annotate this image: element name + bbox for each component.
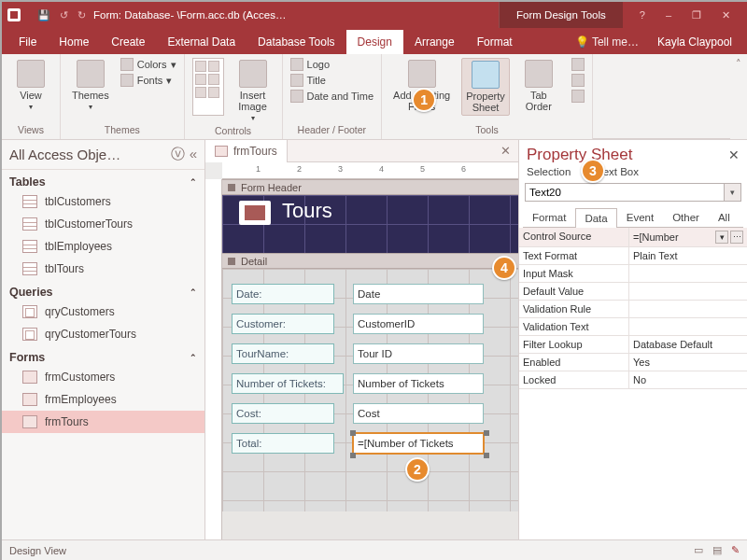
ribbon-collapse-chevron-icon[interactable]: ˄ [730, 54, 747, 139]
prop-row-control-source[interactable]: Control Source =[Number▾⋯ [519, 228, 747, 247]
datetime-button[interactable]: Date and Time [290, 90, 374, 103]
nav-item-frmemployees[interactable]: frmEmployees [2, 388, 204, 411]
selection-handle[interactable] [350, 453, 356, 458]
prop-tab-event[interactable]: Event [617, 207, 663, 227]
selection-handle[interactable] [350, 430, 356, 436]
selection-handle[interactable] [484, 430, 489, 436]
prop-row-validation-text[interactable]: Validation Text [519, 318, 747, 336]
doc-tab-close-icon[interactable]: ✕ [493, 144, 518, 158]
view-form-icon[interactable]: ▭ [694, 544, 703, 556]
nav-item-tblcustomertours[interactable]: tblCustomerTours [2, 213, 204, 235]
field-date[interactable]: Date [353, 284, 484, 304]
label-cost[interactable]: Cost: [232, 403, 334, 424]
form-logo-placeholder[interactable] [239, 201, 271, 225]
nav-item-frmcustomers[interactable]: frmCustomers [2, 366, 204, 388]
nav-header[interactable]: All Access Obje… ⓥ « [2, 140, 204, 170]
tab-format[interactable]: Format [466, 30, 524, 54]
title-button[interactable]: Title [290, 74, 374, 87]
prop-tab-format[interactable]: Format [523, 207, 575, 227]
field-cost[interactable]: Cost [353, 403, 484, 424]
fonts-icon [120, 74, 134, 87]
form-header-section[interactable]: Tours [222, 195, 518, 253]
label-total[interactable]: Total: [232, 433, 334, 454]
nav-collapse-icon[interactable]: ⓥ « [171, 146, 197, 163]
nav-item-tblemployees[interactable]: tblEmployees [2, 235, 204, 258]
property-sheet-close-icon[interactable]: ✕ [728, 147, 740, 162]
label-customer[interactable]: Customer: [232, 314, 334, 334]
qat-redo-icon[interactable]: ↻ [78, 9, 86, 21]
view-icon [17, 60, 45, 88]
tools-extra-1[interactable] [571, 58, 585, 71]
form-title-label[interactable]: Tours [282, 199, 332, 223]
object-selector[interactable]: ▾ [525, 183, 741, 202]
restore-icon[interactable]: ❐ [692, 9, 701, 21]
signed-in-user[interactable]: Kayla Claypool [648, 30, 741, 54]
ribbon-collapse-icon[interactable]: – [666, 9, 671, 21]
tab-design[interactable]: Design [346, 30, 403, 54]
tab-external-data[interactable]: External Data [156, 30, 247, 54]
nav-item-frmtours[interactable]: frmTours [2, 411, 204, 433]
fonts-button[interactable]: Fonts ▾ [120, 74, 176, 87]
property-sheet-button[interactable]: Property Sheet [461, 58, 510, 116]
nav-item-tblcustomers[interactable]: tblCustomers [2, 190, 204, 213]
doc-tab-frmtours[interactable]: frmTours [205, 140, 288, 162]
themes-button[interactable]: Themes▾ [68, 58, 113, 113]
controls-gallery[interactable] [192, 58, 224, 116]
label-date[interactable]: Date: [232, 284, 334, 304]
tab-order-button[interactable]: Tab Order [517, 58, 560, 114]
prop-tab-other[interactable]: Other [663, 207, 709, 227]
label-tourname[interactable]: TourName: [232, 343, 334, 364]
dropdown-icon[interactable]: ▾ [725, 183, 741, 202]
nav-item-tbltours[interactable]: tblTours [2, 258, 204, 280]
qat-undo-icon[interactable]: ↺ [60, 9, 68, 21]
prop-value-control-source[interactable]: =[Number [633, 231, 713, 243]
tab-home[interactable]: Home [48, 30, 100, 54]
view-design-icon[interactable]: ✎ [731, 544, 740, 556]
prop-row-validation-rule[interactable]: Validation Rule [519, 301, 747, 318]
query-icon [22, 305, 37, 318]
section-bar-detail[interactable]: Detail [222, 253, 518, 269]
label-tickets[interactable]: Number of Tickets: [232, 373, 344, 394]
field-total[interactable]: =[Number of Tickets [353, 433, 484, 454]
colors-button[interactable]: Colors ▾ [120, 58, 176, 71]
field-customer[interactable]: CustomerID [353, 314, 484, 334]
property-sheet-icon [472, 61, 500, 89]
qat-save-icon[interactable]: 💾 [37, 9, 50, 21]
nav-category-queries[interactable]: Queries⌃ [2, 280, 204, 301]
prop-tab-data[interactable]: Data [575, 208, 616, 228]
prop-row-enabled[interactable]: EnabledYes [519, 354, 747, 371]
prop-row-default-value[interactable]: Default Value [519, 283, 747, 301]
help-icon[interactable]: ? [640, 9, 645, 21]
prop-row-input-mask[interactable]: Input Mask [519, 265, 747, 283]
tools-extra-3[interactable] [571, 90, 585, 103]
dropdown-icon[interactable]: ▾ [715, 231, 728, 244]
prop-row-locked[interactable]: LockedNo [519, 371, 747, 389]
tab-file[interactable]: File [7, 30, 48, 54]
tools-extra-2[interactable] [571, 74, 585, 87]
tab-database-tools[interactable]: Database Tools [247, 30, 346, 54]
prop-tab-all[interactable]: All [709, 207, 740, 227]
view-layout-icon[interactable]: ▤ [712, 544, 722, 556]
insert-image-button[interactable]: Insert Image▾ [232, 58, 275, 124]
nav-item-qrycustomertours[interactable]: qryCustomerTours [2, 323, 204, 345]
builder-icon[interactable]: ⋯ [730, 231, 743, 244]
object-selector-input[interactable] [525, 183, 725, 202]
field-tourname[interactable]: Tour ID [353, 343, 484, 364]
callout-4: 4 [492, 256, 516, 280]
tell-me[interactable]: 💡 Tell me… [566, 30, 648, 54]
nav-category-forms[interactable]: Forms⌃ [2, 345, 204, 366]
tab-arrange[interactable]: Arrange [403, 30, 466, 54]
nav-item-qrycustomers[interactable]: qryCustomers [2, 301, 204, 323]
prop-row-text-format[interactable]: Text FormatPlain Text [519, 247, 747, 265]
field-tickets[interactable]: Number of Tickets [353, 373, 484, 394]
logo-button[interactable]: Logo [290, 58, 374, 71]
selection-handle[interactable] [484, 453, 489, 458]
tab-create[interactable]: Create [100, 30, 156, 54]
close-icon[interactable]: ✕ [722, 9, 730, 21]
nav-category-tables[interactable]: Tables⌃ [2, 170, 204, 190]
detail-section[interactable]: Date: Date Customer: CustomerID TourName… [222, 269, 518, 511]
section-bar-form-header[interactable]: Form Header [222, 179, 518, 195]
form-design-surface[interactable]: 1 2 3 4 5 6 Form Header Tours Detail Dat… [205, 162, 518, 539]
view-button[interactable]: View▾ [9, 58, 52, 113]
prop-row-filter-lookup[interactable]: Filter LookupDatabase Default [519, 336, 747, 354]
